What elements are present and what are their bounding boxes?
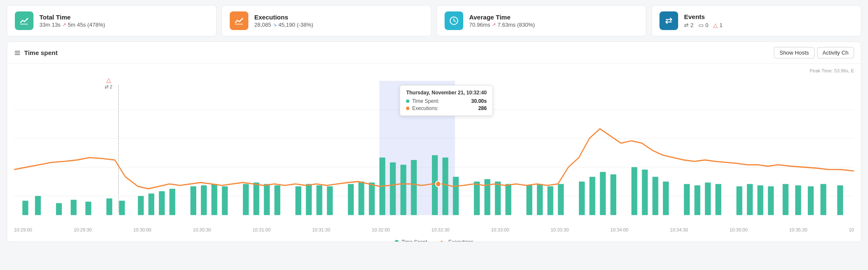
activity-ch-button[interactable]: Activity Ch — [817, 47, 854, 58]
svg-rect-62 — [694, 185, 700, 215]
arrows-exchange-icon — [664, 16, 674, 26]
total-time-number: 33m 13s — [39, 22, 61, 28]
tooltip-orange-dot — [406, 107, 409, 110]
svg-rect-28 — [253, 182, 259, 215]
tooltip-time-spent-label-area: Time Spent: — [406, 98, 439, 104]
average-time-value: 70.96ms ↗ 7.63ms (830%) — [469, 22, 535, 28]
x-axis-label-0: 10:29:00 — [14, 227, 32, 232]
svg-rect-70 — [795, 185, 801, 215]
svg-rect-18 — [119, 201, 125, 215]
svg-rect-41 — [411, 160, 417, 215]
svg-rect-29 — [264, 184, 270, 215]
svg-rect-21 — [159, 191, 165, 215]
svg-rect-30 — [274, 185, 280, 215]
svg-rect-26 — [222, 186, 228, 215]
show-hosts-button[interactable]: Show Hosts — [774, 47, 814, 58]
svg-rect-73 — [837, 185, 843, 215]
svg-rect-22 — [170, 189, 175, 215]
executions-icon-bg — [230, 11, 248, 30]
tooltip-teal-dot — [406, 99, 409, 103]
svg-rect-50 — [537, 184, 543, 215]
event-calendar-item: ▭ 0 — [698, 22, 708, 28]
svg-rect-63 — [705, 182, 711, 215]
svg-rect-24 — [201, 185, 207, 215]
svg-rect-45 — [474, 182, 480, 215]
svg-rect-12 — [22, 201, 28, 215]
x-axis-label-8: 10:33:00 — [491, 227, 509, 232]
tooltip-time-spent-label: Time Spent: — [412, 98, 439, 104]
svg-rect-16 — [85, 202, 91, 215]
svg-rect-36 — [359, 182, 364, 215]
svg-rect-47 — [495, 182, 501, 215]
events-card: Events ⇄ 2 ▭ 0 △ 1 — [651, 5, 861, 36]
clock-icon — [449, 16, 459, 26]
events-title: Events — [684, 13, 723, 20]
svg-rect-55 — [600, 172, 606, 215]
event-arrows-icon: ⇄ — [684, 22, 689, 28]
total-time-arrow: ↗ — [62, 22, 66, 28]
svg-rect-32 — [306, 184, 312, 215]
tooltip-executions-value: 286 — [478, 105, 487, 111]
chart-tooltip: Thursday, November 21, 10:32:40 Time Spe… — [400, 85, 493, 116]
event-arrows-count: 2 — [690, 22, 693, 28]
svg-rect-34 — [327, 186, 333, 215]
svg-rect-17 — [106, 198, 112, 215]
chart-title-icon — [14, 50, 21, 56]
svg-rect-66 — [747, 184, 753, 215]
legend-time-spent: Time Spent — [395, 239, 427, 242]
svg-rect-64 — [715, 184, 721, 215]
legend-orange-line — [437, 242, 446, 242]
svg-rect-57 — [632, 167, 637, 215]
svg-rect-71 — [808, 186, 814, 215]
total-time-change: 5m 45s (478%) — [68, 22, 105, 28]
svg-rect-72 — [821, 184, 826, 215]
svg-rect-14 — [56, 203, 62, 215]
svg-rect-40 — [401, 165, 406, 215]
svg-rect-48 — [505, 184, 511, 215]
x-axis-label-7: 10:32:30 — [431, 227, 450, 232]
event-calendar-icon: ▭ — [698, 22, 704, 28]
chart-buttons: Show Hosts Activity Ch — [774, 47, 854, 58]
svg-rect-51 — [548, 186, 554, 215]
svg-rect-13 — [35, 196, 41, 215]
x-axis-label-6: 10:32:00 — [372, 227, 390, 232]
svg-rect-65 — [737, 186, 743, 215]
event-warning-icon: △ — [713, 22, 718, 28]
x-axis-label-11: 10:34:30 — [670, 227, 688, 232]
svg-rect-60 — [663, 182, 669, 215]
chart-legend: Time Spent Executions — [14, 236, 854, 242]
x-axis-label-4: 10:31:00 — [253, 227, 271, 232]
total-time-card: Total Time 33m 13s ↗ 5m 45s (478%) — [7, 5, 217, 36]
svg-rect-69 — [783, 184, 789, 215]
events-content: Events ⇄ 2 ▭ 0 △ 1 — [684, 13, 723, 28]
tooltip-executions-label: Executions: — [412, 105, 438, 111]
svg-rect-19 — [138, 196, 144, 215]
x-axis-label-14: 10 — [849, 227, 854, 232]
total-time-icon — [15, 11, 33, 30]
svg-rect-52 — [558, 184, 564, 215]
svg-rect-31 — [295, 186, 301, 215]
svg-rect-67 — [757, 185, 763, 215]
legend-time-spent-label: Time Spent — [401, 239, 427, 242]
svg-rect-61 — [684, 184, 690, 215]
average-time-title: Average Time — [469, 14, 535, 21]
chart-body: Peak Time: 53.96s, E △ ⇄ 2 — [7, 64, 861, 242]
svg-rect-25 — [211, 184, 217, 215]
events-values: ⇄ 2 ▭ 0 △ 1 — [684, 22, 723, 28]
total-time-title: Total Time — [39, 14, 105, 21]
average-time-card: Average Time 70.96ms ↗ 7.63ms (830%) — [437, 5, 646, 36]
executions-change: 45,190 (-38%) — [278, 22, 313, 28]
x-axis-label-1: 10:29:30 — [74, 227, 92, 232]
svg-rect-53 — [579, 182, 585, 215]
x-axis-label-10: 10:34:00 — [610, 227, 629, 232]
chart-header: Time spent Show Hosts Activity Ch — [7, 42, 861, 64]
chart-line-icon — [19, 16, 29, 26]
x-axis-label-5: 10:31:30 — [312, 227, 330, 232]
chart-title-area: Time spent — [14, 49, 58, 56]
svg-rect-37 — [369, 182, 375, 215]
svg-rect-56 — [610, 174, 616, 215]
legend-executions-label: Executions — [448, 239, 473, 242]
svg-rect-33 — [317, 185, 323, 215]
svg-rect-15 — [71, 200, 77, 215]
x-axis-label-3: 10:30:30 — [193, 227, 211, 232]
